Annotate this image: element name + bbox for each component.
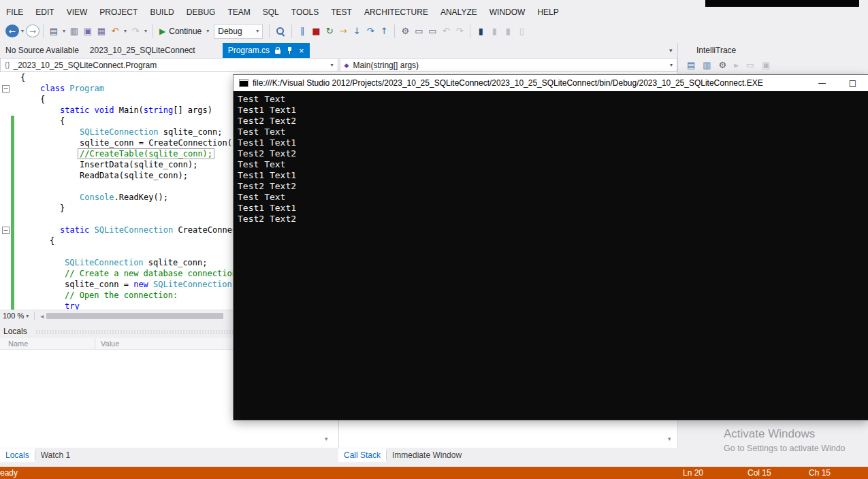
code-text: // Open the connection: [65,290,178,301]
menu-item-file[interactable]: FILE [0,5,29,19]
code-text: sqlite_conn = new SQLiteConnection( [65,279,237,290]
tab-overflow-caret-icon[interactable]: ▾ [669,47,673,54]
restart-icon[interactable]: ↻ [323,24,336,39]
scope-dropdown-value: _2023_10_25_SQLiteConnect.Program [13,61,157,70]
hex-toggle-icon[interactable]: ⚙ [398,24,412,39]
open-file-icon[interactable]: ▥ [67,24,81,39]
minimize-button[interactable]: — [807,78,837,88]
menu-bar: FILEEDITVIEWPROJECTBUILDDEBUGTEAMSQLTOOL… [0,5,868,20]
new-file-caret-icon[interactable]: ▾ [61,24,67,39]
member-dropdown[interactable]: ◆ Main(string[] args) ▾ [340,58,678,72]
code-text: class Program [40,83,104,94]
close-icon[interactable]: × [299,46,304,55]
console-line: Test1 Text1 [238,105,868,116]
chevron-down-icon: ▾ [330,62,333,68]
console-icon [239,79,248,87]
menu-item-test[interactable]: TEST [325,5,358,19]
chevron-down-icon: ▾ [670,62,673,68]
console-line: Test2 Text2 [238,148,868,159]
menu-item-architecture[interactable]: ARCHITECTURE [358,5,434,19]
new-file-icon[interactable]: ▤ [47,24,61,39]
undo-caret-icon[interactable]: ▾ [122,24,129,39]
next-bookmark-icon[interactable]: ▮ [501,24,515,39]
step-over-icon[interactable]: ↷ [364,24,377,39]
stop-debug-icon[interactable]: ■ [309,24,323,39]
status-ready-text: eady [0,468,18,478]
bookmark-icon[interactable]: ▮ [474,24,487,39]
zoom-caret-icon[interactable]: ▾ [26,313,31,319]
forward-icon[interactable]: → [26,24,39,37]
open-trace-icon[interactable]: ▸ [734,60,739,70]
column-header-name[interactable]: Name [0,338,95,349]
tab-no-source-available[interactable]: No Source Available [0,43,84,58]
console-line: Test2 Text2 [238,214,868,225]
menu-item-help[interactable]: HELP [531,5,564,19]
continue-button[interactable]: ▶Continue [157,24,204,39]
console-output[interactable]: Test TextTest1 Text1Test2 Text2Test Text… [234,91,868,420]
pin-icon[interactable] [287,47,293,54]
menu-item-debug[interactable]: DEBUG [180,5,222,19]
menu-item-analyze[interactable]: ANALYZE [434,5,483,19]
scrollbar-thumb[interactable] [46,313,223,319]
output-window-icon[interactable]: ▭ [425,24,439,39]
document-tab-bar: No Source Available2023_10_25_SQLiteConn… [0,43,677,58]
redo-icon[interactable]: ↷ [129,24,142,39]
save-trace-icon[interactable]: ▣ [762,60,770,70]
back-history-caret-icon[interactable]: ▾ [19,24,26,39]
column-header-value[interactable]: Value [95,338,119,349]
code-text: SQLiteConnection sqlite_conn; [80,127,223,137]
redo-caret-icon[interactable]: ▾ [142,24,149,39]
scope-dropdown[interactable]: { } _2023_10_25_SQLiteConnect.Program ▾ [0,58,338,72]
panel-tab-call-stack[interactable]: Call Stack [338,448,386,462]
show-next-statement-icon[interactable]: → [336,24,350,39]
panel-tab-watch-1[interactable]: Watch 1 [35,448,76,462]
menu-item-build[interactable]: BUILD [144,5,180,19]
locals-panel-title: Locals [3,327,27,336]
divider [34,312,35,320]
gear-icon[interactable]: ⚙ [719,60,727,70]
menu-item-edit[interactable]: EDIT [29,5,60,19]
collapse-minus-icon[interactable]: − [2,227,10,234]
collapse-minus-icon[interactable]: − [2,85,10,93]
maximize-button[interactable]: □ [837,78,868,88]
trace-window-icon[interactable]: ▭ [746,60,754,70]
console-titlebar[interactable]: file:///K:/Visual Studio 2012/Projects/2… [234,75,868,91]
undo-icon[interactable]: ↶ [108,24,122,39]
scroll-down-icon[interactable]: ▾ [325,435,328,442]
chevron-down-icon: ▾ [256,28,259,34]
zoom-select[interactable]: 100 % [0,312,26,320]
save-icon[interactable]: ▣ [81,24,95,39]
events-view-icon[interactable]: ▤ [687,60,695,70]
navigate-forward-icon[interactable]: ↷ [453,24,466,39]
menu-item-tools[interactable]: TOOLS [285,5,325,19]
find-icon[interactable] [274,25,287,37]
panel-tab-locals[interactable]: Locals [0,448,35,462]
lock-icon [275,50,280,54]
back-icon[interactable]: ← [5,24,19,37]
tab-program-cs[interactable]: Program.cs× [223,43,310,58]
menu-item-view[interactable]: VIEW [61,5,94,19]
menu-item-team[interactable]: TEAM [221,5,256,19]
play-icon: ▶ [159,27,165,36]
menu-item-window[interactable]: WINDOW [483,5,532,19]
panel-tab-immediate-window[interactable]: Immediate Window [387,448,467,462]
breakpoints-window-icon[interactable]: ▭ [412,24,425,39]
tab-2023-10-25-sqliteconnect[interactable]: 2023_10_25_SQLiteConnect [84,43,201,58]
code-text: sqlite_conn = CreateConnection() [80,137,237,148]
calls-view-icon[interactable]: ▥ [703,60,711,70]
menu-item-sql[interactable]: SQL [257,5,285,19]
continue-caret-icon[interactable]: ▾ [204,24,211,39]
scroll-left-icon[interactable]: ◂ [37,312,46,320]
clear-bookmarks-icon[interactable]: ▯ [515,24,528,39]
menu-item-project[interactable]: PROJECT [93,5,144,19]
save-all-icon[interactable]: ▦ [95,24,108,39]
console-title: file:///K:/Visual Studio 2012/Projects/2… [253,78,807,88]
step-into-icon[interactable]: ↓ [350,24,364,39]
code-text: static void Main(string[] args) [60,105,212,116]
debug-target-select[interactable]: Debug▾ [214,24,263,39]
break-all-icon[interactable]: ‖ [295,24,309,39]
step-out-icon[interactable]: ↑ [377,24,391,39]
navigate-back-icon[interactable]: ↶ [439,24,453,39]
prev-bookmark-icon[interactable]: ▮ [487,24,501,39]
scroll-down-icon[interactable]: ▾ [668,435,671,442]
